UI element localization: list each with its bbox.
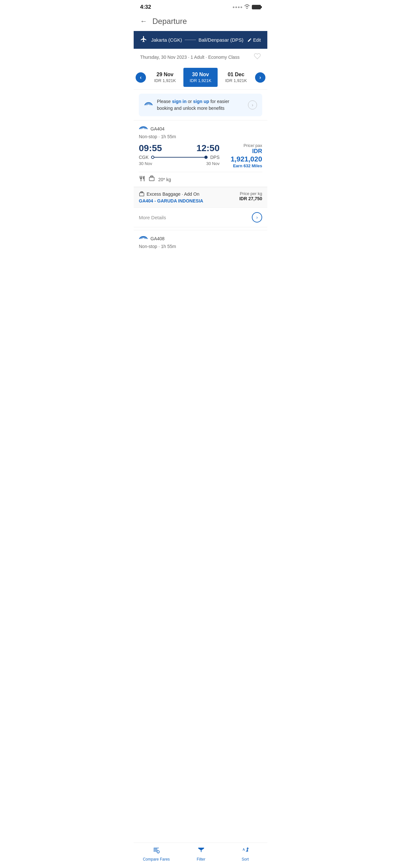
dates-container: 29 Nov IDR 1,921K 30 Nov IDR 1,921K 01 D… xyxy=(148,68,253,87)
wifi-icon xyxy=(244,4,250,10)
excess-price-label-1: Price per kg xyxy=(239,191,262,196)
price-amount-1: 1,921,020 xyxy=(223,155,262,163)
destination-label: Bali/Denpasar (DPS) xyxy=(198,37,243,42)
status-time: 4:32 xyxy=(140,4,151,10)
flight-card-2: GA408 Non-stop · 1h 55m xyxy=(134,230,267,255)
flight-header-2: GA408 xyxy=(139,236,262,242)
dates-row-1: 30 Nov 30 Nov xyxy=(139,161,220,166)
page-header: ← Departure xyxy=(134,13,267,31)
route-row-1: CGK DPS xyxy=(139,155,220,160)
baggage-icon-1 xyxy=(149,175,155,183)
track-line-1 xyxy=(151,157,208,158)
excess-flight-1: GA404 - GARUDA INDONESIA xyxy=(139,198,239,204)
date-item-active[interactable]: 30 Nov IDR 1,921K xyxy=(183,68,218,87)
page-title: Departure xyxy=(152,17,187,26)
trip-details: Thursday, 30 Nov 2023 · 1 Adult · Econom… xyxy=(140,55,240,60)
excess-price-value-1: IDR 27,750 xyxy=(239,196,262,201)
prev-arrow-icon: ‹ xyxy=(135,72,146,83)
arr-time-1: 12:50 xyxy=(196,143,220,153)
route-text: Jakarta (CGK) Bali/Denpasar (DPS) xyxy=(151,37,243,42)
times-row-1: 09:55 12:50 xyxy=(139,143,220,153)
flight-header-1: GA404 xyxy=(139,126,262,132)
signin-text-before: Please xyxy=(157,99,172,104)
signin-or: or xyxy=(187,99,193,104)
route-banner: Jakarta (CGK) Bali/Denpasar (DPS) Edit xyxy=(134,31,267,49)
baggage-text-1: 20* kg xyxy=(158,177,171,182)
signin-link[interactable]: sign in xyxy=(172,99,187,104)
arr-date-1: 30 Nov xyxy=(206,161,220,166)
more-details-label-1: More Details xyxy=(139,215,166,220)
status-icons xyxy=(233,4,261,10)
flight-type-2: Non-stop · 1h 55m xyxy=(139,244,262,249)
garuda-logo-small xyxy=(144,102,153,108)
next-date-label: 01 Dec xyxy=(221,72,251,78)
svg-text:+: + xyxy=(141,193,143,195)
battery-icon xyxy=(252,5,261,9)
active-date-price: IDR 1,921K xyxy=(186,78,215,83)
price-section-1: Price/ pax IDR 1,921,020 Earn 632 Miles xyxy=(223,143,262,168)
dep-date-1: 30 Nov xyxy=(139,161,152,166)
excess-price-1: Price per kg IDR 27,750 xyxy=(239,191,262,201)
origin-label: Jakarta (CGK) xyxy=(151,37,182,42)
excess-title-text-1: Excess Baggage · Add On xyxy=(147,191,199,197)
earn-miles-1: Earn 632 Miles xyxy=(223,163,262,168)
flight-number-1: GA404 xyxy=(150,126,165,131)
signup-link[interactable]: sign up xyxy=(193,99,209,104)
dep-code-1: CGK xyxy=(139,155,149,160)
next-date-price: IDR 1,921K xyxy=(221,78,251,83)
meal-icon-1 xyxy=(139,175,145,183)
next-date-button[interactable]: › xyxy=(253,70,267,85)
route-line-1 xyxy=(151,157,208,158)
track-dot-end-1 xyxy=(204,156,208,159)
favorite-icon[interactable] xyxy=(254,53,261,61)
prev-date-label: 29 Nov xyxy=(150,72,180,78)
next-arrow-icon: › xyxy=(255,72,266,83)
prev-date-button[interactable]: ‹ xyxy=(134,70,148,85)
trip-info: Thursday, 30 Nov 2023 · 1 Adult · Econom… xyxy=(134,49,267,65)
active-date-label: 30 Nov xyxy=(186,72,215,78)
status-bar: 4:32 xyxy=(134,0,267,13)
details-arrow-button-1[interactable]: › xyxy=(252,212,262,222)
edit-label: Edit xyxy=(253,37,261,42)
garuda-logo-2 xyxy=(139,236,148,242)
date-item-next[interactable]: 01 Dec IDR 1,921K xyxy=(219,68,253,87)
signin-banner: Please sign in or sign up for easier boo… xyxy=(139,94,262,116)
plane-icon xyxy=(140,35,147,44)
date-item-prev[interactable]: 29 Nov IDR 1,921K xyxy=(148,68,182,87)
flight-times-1: 09:55 12:50 CGK DPS 30 Nov 30 Nov xyxy=(139,143,220,169)
flight-number-2: GA408 xyxy=(150,236,165,241)
signin-arrow-button[interactable]: › xyxy=(248,100,257,110)
excess-left-1: + Excess Baggage · Add On GA404 - GARUDA… xyxy=(139,191,239,204)
flight-type-1: Non-stop · 1h 55m xyxy=(139,134,262,139)
edit-button[interactable]: Edit xyxy=(247,37,261,42)
baggage-row-1: 20* kg xyxy=(139,172,262,187)
track-dot-start-1 xyxy=(151,156,154,159)
excess-title-1: + Excess Baggage · Add On xyxy=(139,191,239,197)
back-button[interactable]: ← xyxy=(140,18,147,25)
flight-card-1: GA404 Non-stop · 1h 55m 09:55 12:50 CGK … xyxy=(134,120,267,187)
excess-baggage-1: + Excess Baggage · Add On GA404 - GARUDA… xyxy=(134,187,267,207)
price-label-1: Price/ pax xyxy=(223,143,262,148)
signin-text: Please sign in or sign up for easier boo… xyxy=(157,98,244,112)
arr-code-1: DPS xyxy=(210,155,220,160)
more-details-1[interactable]: More Details › xyxy=(134,207,267,227)
signal-dots xyxy=(233,6,242,8)
garuda-logo-1 xyxy=(139,126,148,132)
price-currency-1: IDR xyxy=(223,148,262,155)
dep-time-1: 09:55 xyxy=(139,143,162,153)
prev-date-price: IDR 1,921K xyxy=(150,78,180,83)
date-picker: ‹ 29 Nov IDR 1,921K 30 Nov IDR 1,921K 01… xyxy=(134,65,267,90)
flight-main-1: 09:55 12:50 CGK DPS 30 Nov 30 Nov Price/… xyxy=(139,143,262,169)
